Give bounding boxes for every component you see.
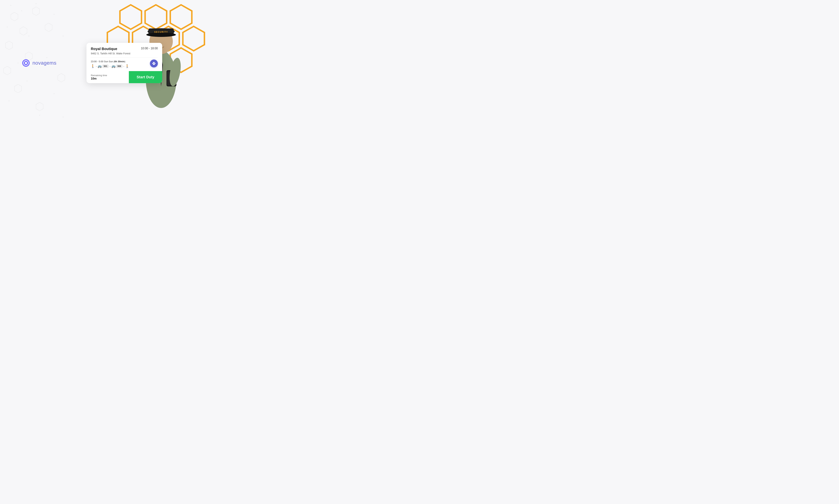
svg-point-23 xyxy=(63,116,64,118)
svg-point-33 xyxy=(23,60,29,66)
route-button[interactable] xyxy=(150,59,158,67)
svg-point-17 xyxy=(17,62,19,64)
svg-point-15 xyxy=(28,35,29,37)
chevron-icon-1: › xyxy=(96,65,97,68)
svg-point-34 xyxy=(24,61,28,65)
chevron-icon-3: › xyxy=(123,65,124,68)
svg-point-21 xyxy=(8,100,10,101)
svg-marker-8 xyxy=(36,102,43,111)
svg-point-13 xyxy=(53,14,55,15)
svg-marker-1 xyxy=(20,26,27,35)
svg-point-20 xyxy=(27,80,28,82)
transit-section: 23:00 - 5:00 Sun Sun (6h 30min) 🚶 › 🚌 50… xyxy=(86,60,162,68)
card-bottom: Remaining time 10m Start Duty xyxy=(86,71,162,83)
venue-name: Royal Boutique xyxy=(91,47,117,51)
card-top: Royal Boutique 10:00 - 18:00 9462 S. Tar… xyxy=(86,43,162,58)
start-duty-button[interactable]: Start Duty xyxy=(129,71,162,83)
svg-point-12 xyxy=(35,3,37,4)
logo-text: novagems xyxy=(32,60,56,66)
duty-card: Royal Boutique 10:00 - 18:00 9462 S. Tar… xyxy=(86,43,162,83)
transit-time: 23:00 - 5:00 Sun Sun (6h 30min) xyxy=(91,60,158,63)
svg-point-10 xyxy=(10,5,11,6)
svg-text:SECURITY: SECURITY xyxy=(154,31,168,33)
remaining-value: 10m xyxy=(91,77,124,80)
svg-point-14 xyxy=(7,26,8,28)
transit-icons: 🚶 › 🚌 501 › 🚌 908 › 🚶 xyxy=(91,64,158,68)
bus-icon-2: 🚌 xyxy=(112,64,116,68)
logo-area: novagems xyxy=(22,59,56,67)
svg-marker-0 xyxy=(11,12,18,21)
walk-end-icon: 🚶 xyxy=(125,64,129,68)
venue-address: 9462 S. Tarkiln Hill St. Wake Forest xyxy=(91,52,158,55)
card-divider xyxy=(91,57,158,58)
svg-marker-6 xyxy=(45,23,52,32)
svg-marker-4 xyxy=(4,66,11,75)
time-range: 10:00 - 18:00 xyxy=(141,47,158,50)
svg-marker-9 xyxy=(58,73,65,82)
directions-icon xyxy=(152,61,156,65)
svg-point-11 xyxy=(21,10,22,11)
chevron-icon-2: › xyxy=(109,65,110,68)
svg-point-16 xyxy=(46,57,47,58)
svg-point-18 xyxy=(63,35,64,37)
svg-marker-7 xyxy=(14,84,22,93)
bus-badge-501: 501 xyxy=(102,65,108,68)
card-header-row: Royal Boutique 10:00 - 18:00 xyxy=(91,47,158,51)
walk-start-icon: 🚶 xyxy=(91,64,95,68)
remaining-section: Remaining time 10m xyxy=(86,71,129,83)
ring-icon xyxy=(22,59,30,67)
remaining-label: Remaining time xyxy=(91,74,124,77)
bus-icon-1: 🚌 xyxy=(98,64,102,68)
svg-point-22 xyxy=(39,115,40,116)
svg-point-19 xyxy=(53,93,55,94)
bus-badge-908: 908 xyxy=(116,65,122,68)
svg-marker-3 xyxy=(32,7,40,16)
svg-marker-2 xyxy=(5,41,13,50)
